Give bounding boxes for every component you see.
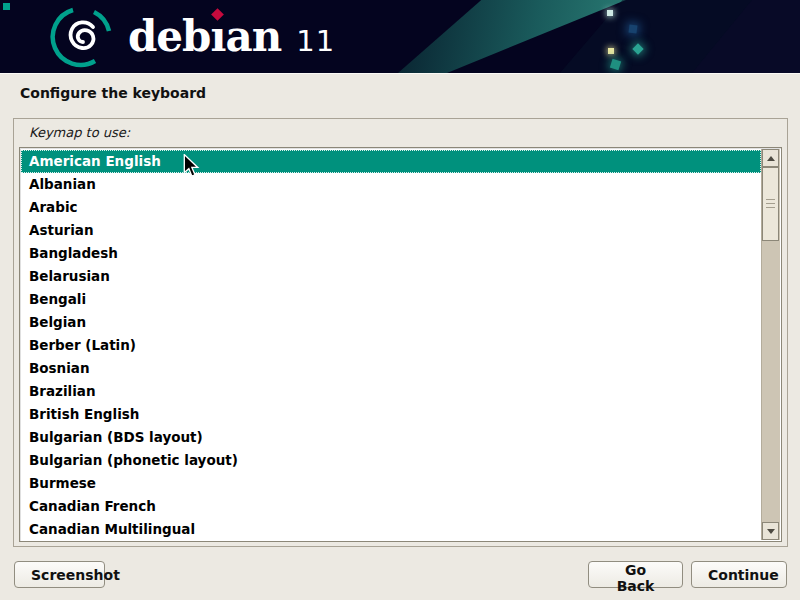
list-item[interactable]: American English xyxy=(21,150,761,173)
red-diamond-icon xyxy=(211,8,224,21)
continue-button[interactable]: Continue xyxy=(691,561,787,588)
corner-accent-square xyxy=(3,3,10,10)
list-item[interactable]: Brazilian xyxy=(21,380,761,403)
keymap-listbox: American EnglishAlbanianArabicAsturianBa… xyxy=(19,147,782,542)
debian-version: 11 xyxy=(296,24,335,58)
list-item[interactable]: Bulgarian (phonetic layout) xyxy=(21,449,761,472)
scroll-down-button[interactable] xyxy=(762,522,779,540)
keymap-label: Keymap to use: xyxy=(29,125,130,140)
list-item[interactable]: Belgian xyxy=(21,311,761,334)
deco-square xyxy=(607,10,613,16)
list-item[interactable]: Belarusian xyxy=(21,265,761,288)
go-back-button[interactable]: Go Back xyxy=(588,561,683,588)
page-title: Configure the keyboard xyxy=(20,85,206,101)
chevron-up-icon xyxy=(767,156,775,161)
keymap-list: American EnglishAlbanianArabicAsturianBa… xyxy=(21,150,761,540)
installer-window: debıan 11 Configure the keyboard Keymap … xyxy=(0,0,800,600)
list-item[interactable]: Bangladesh xyxy=(21,242,761,265)
list-item[interactable]: British English xyxy=(21,403,761,426)
debian-wordmark: debıan xyxy=(128,5,281,69)
list-item[interactable]: Bengali xyxy=(21,288,761,311)
list-item[interactable]: Albanian xyxy=(21,173,761,196)
scrollbar-thumb[interactable] xyxy=(762,167,779,241)
screenshot-button[interactable]: Screenshot xyxy=(14,561,105,588)
debian-swirl-icon xyxy=(50,5,114,69)
list-item[interactable]: Asturian xyxy=(21,219,761,242)
scroll-up-button[interactable] xyxy=(762,149,779,167)
chevron-down-icon xyxy=(767,529,775,534)
scrollbar-grip xyxy=(766,199,775,208)
list-item[interactable]: Bulgarian (BDS layout) xyxy=(21,426,761,449)
deco-square xyxy=(608,48,614,54)
list-item[interactable]: Bosnian xyxy=(21,357,761,380)
deco-square xyxy=(628,24,637,33)
list-item[interactable]: Burmese xyxy=(21,472,761,495)
list-item[interactable]: Canadian Multilingual xyxy=(21,518,761,540)
list-item[interactable]: Canadian French xyxy=(21,495,761,518)
wordmark-i: ı xyxy=(210,5,225,69)
vertical-scrollbar[interactable] xyxy=(761,149,780,540)
list-item[interactable]: Berber (Latin) xyxy=(21,334,761,357)
debian-logo: debıan 11 xyxy=(50,5,335,69)
header-banner: debıan 11 xyxy=(0,0,800,74)
list-item[interactable]: Arabic xyxy=(21,196,761,219)
keymap-frame: Keymap to use: American EnglishAlbanianA… xyxy=(13,118,788,547)
